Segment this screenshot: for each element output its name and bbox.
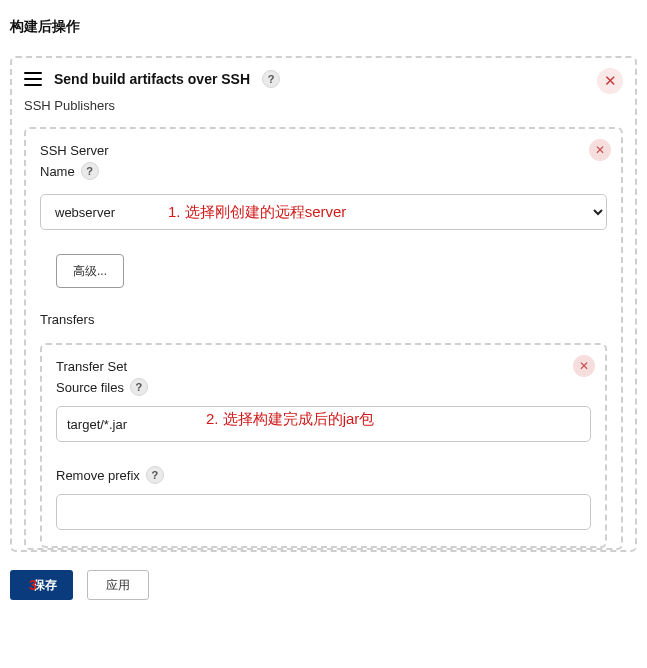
apply-button[interactable]: 应用 [87,570,149,600]
transfer-set-label: Transfer Set [56,359,591,374]
advanced-button[interactable]: 高级... [56,254,124,288]
remove-transfer-button[interactable]: ✕ [573,355,595,377]
source-files-input[interactable] [56,406,591,442]
server-name-select[interactable]: webserver [40,194,607,230]
step-title: Send build artifacts over SSH [54,71,250,87]
remove-server-button[interactable]: ✕ [589,139,611,161]
remove-prefix-input[interactable] [56,494,591,530]
ssh-server-label: SSH Server [40,143,607,158]
name-label: Name [40,164,75,179]
post-build-step-box: Send build artifacts over SSH ? ✕ SSH Pu… [10,56,637,552]
remove-prefix-label: Remove prefix [56,468,140,483]
help-icon[interactable]: ? [262,70,280,88]
transfers-label: Transfers [40,312,607,327]
footer-bar: 保存 3 应用 [10,566,637,604]
transfer-set-box: ✕ Transfer Set Source files ? 2. 选择构建完成后… [40,343,607,548]
remove-step-button[interactable]: ✕ [597,68,623,94]
help-icon[interactable]: ? [81,162,99,180]
ssh-publishers-label: SSH Publishers [24,98,623,113]
drag-handle-icon[interactable] [24,72,42,86]
source-files-label: Source files [56,380,124,395]
save-button[interactable]: 保存 [10,570,73,600]
ssh-server-box: ✕ SSH Server Name ? webserver 1. 选择刚创建的远… [24,127,623,550]
section-title: 构建后操作 [10,18,637,36]
help-icon[interactable]: ? [146,466,164,484]
help-icon[interactable]: ? [130,378,148,396]
